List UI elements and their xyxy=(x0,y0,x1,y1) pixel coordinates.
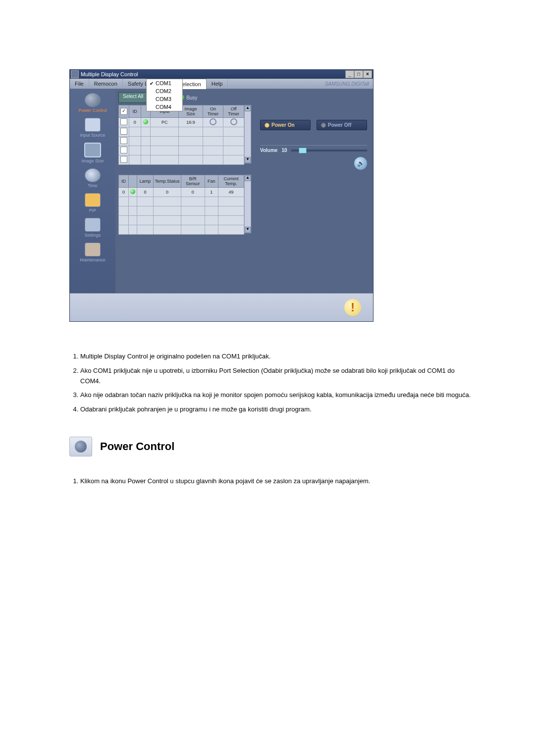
slider-handle-icon[interactable] xyxy=(299,148,307,153)
col-fan: Fan xyxy=(205,175,218,188)
sidebar-item-input-source[interactable]: Input Source xyxy=(70,118,115,138)
col-id: ID xyxy=(129,105,141,118)
cell-currtemp: 49 xyxy=(218,188,244,197)
port-option-com2[interactable]: COM2 xyxy=(147,87,182,95)
port-option-com1[interactable]: ✔COM1 xyxy=(147,79,182,87)
table-row[interactable] xyxy=(119,127,244,137)
table-row[interactable] xyxy=(119,225,244,235)
power-on-label: Power On xyxy=(271,122,295,128)
menu-help[interactable]: Help xyxy=(207,79,228,89)
window-title: Multiple Display Control xyxy=(81,71,345,77)
scrollbar[interactable]: ▲ ▼ xyxy=(244,175,251,233)
port-option-com3[interactable]: COM3 xyxy=(147,95,182,103)
sidebar-label: Power Control xyxy=(78,108,107,113)
input-icon xyxy=(85,118,101,132)
table-row[interactable] xyxy=(119,216,244,225)
port-label: COM2 xyxy=(156,88,171,94)
col-lamp: Lamp xyxy=(137,175,153,188)
main-panel: ✔COM1 COM2 COM3 COM4 Select All Busy xyxy=(115,89,254,293)
cell-fan: 1 xyxy=(205,188,218,197)
cell-id: 0 xyxy=(129,118,141,127)
scroll-up-icon[interactable]: ▲ xyxy=(245,175,251,181)
section-header: Power Control xyxy=(69,437,476,456)
cell-id: 0 xyxy=(119,188,129,197)
table-row[interactable] xyxy=(119,197,244,206)
brand-logo: SAMSUNG DIGITall xyxy=(325,81,373,87)
power-off-label: Power Off xyxy=(328,122,351,128)
control-panel: Power On Power Off Volume 10 🔈 xyxy=(254,89,373,293)
blank-icon xyxy=(149,104,155,109)
sidebar-item-power-control[interactable]: Power Control xyxy=(70,93,115,113)
radio-icon xyxy=(265,123,269,128)
col-status xyxy=(128,175,137,188)
timer-off-icon xyxy=(230,118,237,125)
col-on-timer: On Timer xyxy=(203,105,223,118)
row-checkbox[interactable] xyxy=(120,156,127,163)
row-checkbox[interactable] xyxy=(120,147,127,153)
speaker-icon[interactable]: 🔈 xyxy=(354,157,367,170)
status-bar: ! xyxy=(70,293,373,321)
port-label: COM1 xyxy=(156,80,171,86)
col-off-timer: Off Timer xyxy=(223,105,244,118)
sidebar-label: Input Source xyxy=(80,133,105,138)
col-current-temp: Current Temp. xyxy=(218,175,244,188)
menu-remocon[interactable]: Remocon xyxy=(89,79,123,89)
display-table: ✓ ID Input Image Size On Timer Off Timer… xyxy=(118,105,244,165)
maintenance-icon xyxy=(85,243,101,256)
table-row[interactable] xyxy=(119,137,244,146)
scroll-up-icon[interactable]: ▲ xyxy=(245,105,251,111)
maximize-button[interactable]: □ xyxy=(354,70,363,78)
blank-icon xyxy=(149,97,155,101)
title-bar: Multiple Display Control _ □ × xyxy=(70,70,373,79)
table-row[interactable] xyxy=(119,155,244,165)
instruction-list-2: Klikom na ikonu Power Control u stupcu g… xyxy=(69,476,476,487)
power-on-button[interactable]: Power On xyxy=(260,120,311,130)
checkbox-icon[interactable]: ✓ xyxy=(120,108,127,115)
volume-label: Volume xyxy=(260,148,277,153)
pip-icon xyxy=(85,193,101,207)
table-row[interactable]: 0 0 0 0 1 49 xyxy=(119,188,244,197)
row-checkbox[interactable] xyxy=(120,137,127,144)
status-dot-icon xyxy=(130,189,135,194)
sidebar-item-maintenance[interactable]: Maintenance xyxy=(70,243,115,262)
row-checkbox[interactable] xyxy=(120,128,127,135)
select-all-button[interactable]: Select All xyxy=(118,92,148,103)
scroll-down-icon[interactable]: ▼ xyxy=(245,157,251,163)
list-item: Ako nije odabran točan naziv priključka … xyxy=(80,390,476,401)
minimize-button[interactable]: _ xyxy=(345,70,354,78)
table-row[interactable] xyxy=(119,146,244,155)
sidebar-item-settings[interactable]: Settings xyxy=(70,218,115,238)
sidebar-item-time[interactable]: Time xyxy=(70,168,115,188)
scroll-down-icon[interactable]: ▼ xyxy=(245,227,251,233)
port-selection-dropdown: ✔COM1 COM2 COM3 COM4 xyxy=(146,79,183,111)
scrollbar[interactable]: ▲ ▼ xyxy=(244,105,251,163)
list-item: Odabrani priključak pohranjen je u progr… xyxy=(80,404,476,415)
status-dot-icon xyxy=(143,119,148,124)
port-label: COM4 xyxy=(156,104,171,110)
menu-file[interactable]: File xyxy=(70,79,89,89)
col-id: ID xyxy=(119,175,129,188)
power-icon xyxy=(85,93,101,107)
volume-slider[interactable] xyxy=(291,150,367,151)
close-button[interactable]: × xyxy=(363,70,372,78)
sidebar-item-pip[interactable]: PIP xyxy=(70,193,115,213)
window-controls: _ □ × xyxy=(345,70,372,78)
col-temp-status: Temp.Status xyxy=(153,175,181,188)
section-icon-frame xyxy=(69,437,92,456)
table-row[interactable] xyxy=(119,206,244,216)
port-option-com4[interactable]: COM4 xyxy=(147,103,182,111)
table-row[interactable]: 0 PC 16:9 xyxy=(119,118,244,127)
sidebar-item-image-size[interactable]: Image Size xyxy=(70,143,115,163)
power-off-button[interactable]: Power Off xyxy=(317,120,367,130)
blank-icon xyxy=(149,89,155,94)
list-item: Ako COM1 priključak nije u upotrebi, u i… xyxy=(80,366,476,387)
busy-label: Busy xyxy=(186,95,197,101)
cell-tempstatus: 0 xyxy=(153,188,181,197)
col-check[interactable]: ✓ xyxy=(119,105,129,118)
list-item: Klikom na ikonu Power Control u stupcu g… xyxy=(80,476,476,487)
app-icon xyxy=(71,70,79,78)
row-checkbox[interactable] xyxy=(120,118,127,125)
status-table: ID Lamp Temp.Status B/R Sensor Fan Curre… xyxy=(118,175,244,235)
timer-off-icon xyxy=(210,118,216,125)
instruction-list-1: Multiple Display Control je originalno p… xyxy=(69,352,476,415)
